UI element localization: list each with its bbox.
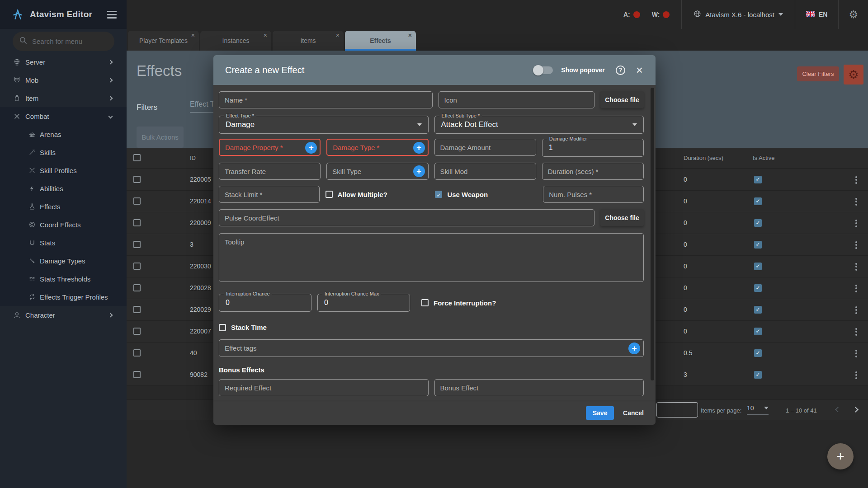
- row-checkbox[interactable]: [133, 284, 141, 291]
- search-input[interactable]: [32, 38, 104, 45]
- sidebar-item-skill-profiles[interactable]: Skill Profiles: [0, 161, 127, 179]
- sidebar-item-damage-types[interactable]: Damage Types: [0, 252, 127, 270]
- interruption-chance-max-field[interactable]: Interruption Chance Max 0: [317, 294, 410, 312]
- is-active-checkbox[interactable]: ✓: [754, 197, 762, 205]
- sidebar-item-effects[interactable]: Effects: [0, 197, 127, 216]
- hamburger-menu-icon[interactable]: [107, 11, 117, 19]
- is-active-checkbox[interactable]: ✓: [754, 219, 762, 227]
- settings-button[interactable]: ⚙: [839, 0, 868, 29]
- stack-limit-field[interactable]: [219, 186, 320, 203]
- row-checkbox[interactable]: [133, 349, 141, 357]
- sidebar-item-character[interactable]: Character: [0, 306, 127, 324]
- add-effect-tag-button[interactable]: +: [628, 343, 640, 354]
- is-active-checkbox[interactable]: ✓: [754, 241, 762, 249]
- row-checkbox[interactable]: [133, 197, 141, 205]
- transfer-rate-field[interactable]: [219, 163, 321, 180]
- tab-items[interactable]: Items ×: [273, 31, 344, 51]
- stack-time-checkbox[interactable]: Stack Time: [219, 324, 644, 331]
- language-selector[interactable]: EN: [795, 0, 838, 29]
- next-page-icon[interactable]: [853, 407, 859, 413]
- previous-page-icon[interactable]: [835, 407, 841, 413]
- is-active-checkbox[interactable]: ✓: [754, 306, 762, 314]
- row-menu-icon[interactable]: [852, 327, 861, 336]
- server-selector[interactable]: Atavism X.6 - localhost: [682, 0, 795, 29]
- tooltip-textarea[interactable]: [219, 233, 644, 282]
- sidebar-item-arenas[interactable]: Arenas: [0, 125, 127, 143]
- is-active-checkbox[interactable]: ✓: [754, 263, 762, 270]
- add-effect-fab[interactable]: +: [827, 443, 854, 469]
- icon-choose-file-button[interactable]: Choose file: [600, 91, 644, 108]
- effect-tags-field[interactable]: [219, 339, 644, 357]
- allow-multiple-checkbox[interactable]: Allow Multiple?: [326, 191, 429, 198]
- table-settings-button[interactable]: ⚙: [844, 65, 863, 84]
- icon-field[interactable]: [439, 91, 594, 108]
- damage-amount-field[interactable]: [434, 139, 536, 156]
- close-icon[interactable]: ×: [336, 32, 340, 39]
- sidebar-item-combat[interactable]: Combat: [0, 107, 127, 125]
- row-menu-icon[interactable]: [852, 284, 861, 293]
- tab-instances[interactable]: Instances ×: [200, 31, 271, 51]
- row-checkbox[interactable]: [133, 328, 141, 335]
- effect-sub-type-select[interactable]: Effect Sub Type * Attack Dot Effect: [434, 116, 644, 134]
- close-icon[interactable]: ×: [408, 32, 412, 39]
- name-field[interactable]: [219, 91, 433, 108]
- sidebar-item-item[interactable]: Item: [0, 89, 127, 107]
- use-weapon-checkbox[interactable]: ✓ Use Weapon: [435, 191, 537, 198]
- row-menu-icon[interactable]: [852, 175, 861, 184]
- bulk-actions-button[interactable]: Bulk Actions: [137, 127, 184, 148]
- row-checkbox[interactable]: [133, 176, 141, 183]
- force-interruption-checkbox[interactable]: Force Interruption?: [421, 299, 644, 307]
- sidebar-item-mob[interactable]: Mob: [0, 71, 127, 89]
- required-effect-field[interactable]: [219, 379, 429, 396]
- sidebar-item-stats[interactable]: Stats: [0, 234, 127, 252]
- duration-field[interactable]: [542, 163, 644, 180]
- pulse-coordeffect-field[interactable]: [219, 209, 594, 226]
- is-active-checkbox[interactable]: ✓: [754, 371, 762, 379]
- interruption-chance-field[interactable]: Interruption Chance 0: [219, 294, 311, 312]
- sidebar-item-stats-thresholds[interactable]: Stats Thresholds: [0, 270, 127, 288]
- tab-effects[interactable]: Effects ×: [345, 31, 416, 51]
- modal-scrollbar[interactable]: [651, 88, 654, 380]
- is-active-checkbox[interactable]: ✓: [754, 176, 762, 183]
- is-active-checkbox[interactable]: ✓: [754, 328, 762, 335]
- close-icon[interactable]: ×: [191, 32, 195, 39]
- row-menu-icon[interactable]: [852, 197, 861, 206]
- row-checkbox[interactable]: [133, 306, 141, 313]
- row-menu-icon[interactable]: [852, 349, 861, 358]
- row-menu-icon[interactable]: [852, 219, 861, 228]
- bonus-effect-field[interactable]: [434, 379, 644, 396]
- damage-modifier-field[interactable]: Damage Modifier 1: [542, 139, 644, 157]
- save-button[interactable]: Save: [586, 406, 614, 420]
- add-damage-property-button[interactable]: +: [305, 142, 317, 154]
- add-damage-type-button[interactable]: +: [413, 142, 425, 154]
- row-menu-icon[interactable]: [852, 371, 861, 380]
- help-icon[interactable]: ?: [616, 66, 625, 75]
- effect-type-select[interactable]: Effect Type * Damage: [219, 116, 429, 134]
- show-popover-toggle[interactable]: [534, 66, 553, 74]
- is-active-checkbox[interactable]: ✓: [754, 349, 762, 357]
- row-menu-icon[interactable]: [852, 240, 861, 249]
- sidebar-item-skills[interactable]: Skills: [0, 143, 127, 161]
- sidebar-search[interactable]: [13, 32, 114, 51]
- select-all-checkbox[interactable]: [133, 154, 141, 161]
- clear-filters-button[interactable]: Clear Filters: [797, 66, 839, 81]
- sidebar-item-coord-effects[interactable]: Coord Effects: [0, 216, 127, 234]
- close-icon[interactable]: ×: [264, 32, 267, 39]
- row-checkbox[interactable]: [133, 219, 141, 226]
- row-checkbox[interactable]: [133, 241, 141, 248]
- row-checkbox[interactable]: [133, 263, 141, 270]
- cancel-button[interactable]: Cancel: [623, 409, 644, 417]
- num-pulses-field[interactable]: [543, 186, 644, 203]
- items-per-page-select[interactable]: 10: [747, 404, 769, 415]
- is-active-checkbox[interactable]: ✓: [754, 284, 762, 292]
- close-icon[interactable]: ×: [636, 66, 643, 75]
- row-menu-icon[interactable]: [852, 305, 861, 314]
- skill-mod-field[interactable]: [434, 163, 536, 180]
- sidebar-item-effects-trigger-profiles[interactable]: Effects Trigger Profiles: [0, 288, 127, 306]
- add-skill-type-button[interactable]: +: [413, 165, 425, 177]
- sidebar-item-abilities[interactable]: Abilities: [0, 179, 127, 197]
- pulse-choose-file-button[interactable]: Choose file: [600, 209, 644, 226]
- tab-player-templates[interactable]: Player Templates ×: [128, 31, 199, 51]
- sidebar-item-server[interactable]: Server: [0, 53, 127, 71]
- row-menu-icon[interactable]: [852, 262, 861, 271]
